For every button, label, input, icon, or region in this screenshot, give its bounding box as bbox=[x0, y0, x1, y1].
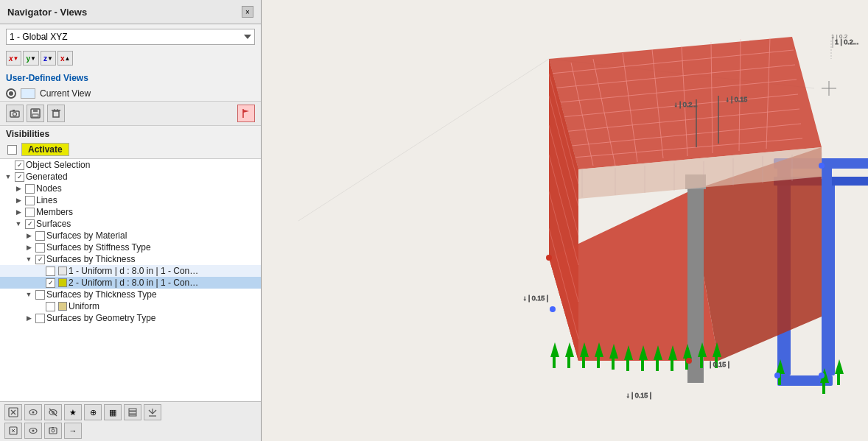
tree-item-surf-material[interactable]: ▶ Surfaces by Material bbox=[0, 230, 261, 241]
expander-surf-stiffness[interactable]: ▶ bbox=[24, 242, 34, 253]
render-icon bbox=[48, 426, 58, 436]
svg-rect-93 bbox=[641, 360, 644, 371]
checkbox-members[interactable] bbox=[25, 208, 35, 217]
expander-nodes[interactable]: ▶ bbox=[13, 183, 24, 194]
bt-layers-button[interactable] bbox=[124, 404, 141, 420]
panel-titlebar: Navigator - Views × bbox=[0, 0, 261, 24]
axis-z-button[interactable]: z▼ bbox=[41, 51, 56, 66]
checkbox-surf-material[interactable] bbox=[35, 231, 45, 241]
checkbox-surf-thick-1[interactable] bbox=[46, 267, 55, 276]
tree-item-nodes[interactable]: ▶ Nodes bbox=[0, 183, 261, 194]
bt-grid-button[interactable]: ▦ bbox=[104, 404, 122, 420]
label-generated: Generated bbox=[26, 172, 68, 182]
label-uniform: Uniform bbox=[69, 301, 99, 311]
expander-surf-thickness[interactable]: ▼ bbox=[24, 254, 34, 264]
eye-icon bbox=[28, 407, 38, 417]
tree-item-uniform[interactable]: Uniform bbox=[0, 300, 261, 312]
navigator-panel: Navigator - Views × 1 - Global XYZ 2 - C… bbox=[0, 0, 262, 441]
current-view-radio[interactable] bbox=[6, 88, 16, 99]
expander-surf-geometry[interactable]: ▶ bbox=[24, 313, 34, 323]
bt-settings-button[interactable] bbox=[4, 423, 22, 439]
checkbox-surf-thickness-type[interactable] bbox=[35, 290, 45, 300]
checkbox-generated[interactable] bbox=[15, 172, 24, 182]
bt-render-button[interactable] bbox=[44, 423, 62, 439]
expander-lines[interactable]: ▶ bbox=[13, 195, 24, 205]
tree-item-lines[interactable]: ▶ Lines bbox=[0, 194, 261, 206]
checkbox-surf-thickness[interactable] bbox=[35, 255, 45, 264]
bt-visibility-button[interactable] bbox=[24, 423, 42, 439]
tree-item-surf-thick-2[interactable]: 2 - Uniform | d : 8.0 in | 1 - Concrete … bbox=[0, 277, 261, 289]
add-icon bbox=[8, 407, 18, 417]
svg-text:1 | 0.2: 1 | 0.2 bbox=[831, 33, 848, 40]
expander-surf-material[interactable]: ▶ bbox=[24, 230, 34, 241]
label-members: Members bbox=[36, 207, 73, 217]
svg-rect-20 bbox=[129, 412, 136, 414]
delete-view-button[interactable] bbox=[47, 105, 65, 122]
svg-point-15 bbox=[32, 412, 35, 414]
visibility-tree[interactable]: Object Selection ▼ Generated ▶ Nodes ▶ L… bbox=[0, 158, 261, 401]
expander-surf-thickness-type[interactable]: ▼ bbox=[24, 289, 34, 300]
bt-eye-button[interactable] bbox=[24, 404, 42, 420]
svg-rect-2 bbox=[13, 110, 15, 111]
checkbox-obj-selection[interactable] bbox=[15, 160, 24, 170]
svg-rect-101 bbox=[700, 357, 703, 368]
checkbox-nodes[interactable] bbox=[25, 184, 35, 194]
current-view-row: Current View bbox=[0, 86, 261, 101]
tree-item-members[interactable]: ▶ Members bbox=[0, 206, 261, 218]
coord-system-dropdown[interactable]: 1 - Global XYZ 2 - Custom bbox=[6, 29, 255, 45]
tree-item-surf-thickness[interactable]: ▼ Surfaces by Thickness bbox=[0, 253, 261, 265]
checkbox-uniform[interactable] bbox=[46, 302, 55, 311]
tree-item-generated[interactable]: ▼ Generated bbox=[0, 171, 261, 183]
swatch-surf-thick-1 bbox=[58, 267, 67, 275]
bt-star-button[interactable]: ★ bbox=[64, 404, 82, 420]
checkbox-surf-thick-2[interactable] bbox=[46, 278, 55, 288]
swatch-uniform bbox=[58, 302, 67, 311]
svg-rect-81 bbox=[553, 357, 556, 368]
axis-buttons-row: x▼ y▼ z▼ x▲ bbox=[0, 49, 261, 70]
label-surf-thick-2: 2 - Uniform | d : 8.0 in | 1 - Concrete … bbox=[69, 278, 201, 288]
checkbox-surf-stiffness[interactable] bbox=[35, 243, 45, 253]
checkbox-lines[interactable] bbox=[25, 196, 35, 205]
bottom-toolbar-row1: ★ ⊕ ▦ bbox=[4, 404, 256, 420]
svg-rect-21 bbox=[129, 414, 136, 416]
svg-point-127 bbox=[686, 358, 692, 364]
svg-point-123 bbox=[550, 306, 556, 312]
svg-text:↓ | 0.15 |: ↓ | 0.15 | bbox=[523, 294, 548, 302]
tree-item-surf-geometry[interactable]: ▶ Surfaces by Geometry Type bbox=[0, 312, 261, 324]
tree-item-surf-stiffness[interactable]: ▶ Surfaces by Stiffness Type bbox=[0, 241, 261, 253]
svg-text:↓ | 0.15: ↓ | 0.15 bbox=[726, 96, 747, 103]
checkbox-surf-geometry[interactable] bbox=[35, 314, 45, 323]
tree-item-surfaces[interactable]: ▼ Surfaces bbox=[0, 218, 261, 230]
flag-icon bbox=[240, 107, 252, 119]
expander-generated[interactable]: ▼ bbox=[3, 172, 13, 182]
add-camera-button[interactable] bbox=[6, 105, 24, 122]
bt-export-button[interactable] bbox=[144, 404, 161, 420]
expander-surf-thick-1 bbox=[34, 266, 44, 276]
activate-row: Activate bbox=[0, 141, 261, 158]
views-toolbar bbox=[0, 101, 261, 126]
svg-rect-89 bbox=[612, 359, 615, 370]
panel-title: Navigator - Views bbox=[7, 7, 87, 18]
tree-item-obj-selection[interactable]: Object Selection bbox=[0, 159, 261, 171]
bt-plus-button[interactable]: ⊕ bbox=[84, 404, 102, 420]
tree-item-surf-thickness-type[interactable]: ▼ Surfaces by Thickness Type bbox=[0, 289, 261, 300]
svg-rect-29 bbox=[49, 428, 57, 434]
axis-x-button[interactable]: x▼ bbox=[6, 51, 21, 66]
bt-hide-button[interactable] bbox=[44, 404, 62, 420]
activate-checkbox[interactable] bbox=[7, 145, 17, 155]
save-view-button[interactable] bbox=[27, 105, 44, 122]
axis-xi-button[interactable]: x▲ bbox=[57, 51, 73, 66]
activate-button[interactable]: Activate bbox=[21, 143, 69, 156]
axis-y-button[interactable]: y▼ bbox=[23, 51, 38, 66]
expander-surfaces[interactable]: ▼ bbox=[13, 219, 24, 229]
bt-add-button[interactable] bbox=[4, 404, 22, 420]
expander-obj-selection[interactable] bbox=[3, 160, 13, 170]
label-surf-thick-1: 1 - Uniform | d : 8.0 in | 1 - Concrete … bbox=[69, 266, 201, 276]
user-defined-views-label: User-Defined Views bbox=[0, 70, 261, 86]
checkbox-surfaces[interactable] bbox=[25, 219, 35, 229]
panel-close-button[interactable]: × bbox=[242, 6, 253, 18]
tree-item-surf-thick-1[interactable]: 1 - Uniform | d : 8.0 in | 1 - Concrete … bbox=[0, 265, 261, 277]
bt-arrow-button[interactable]: → bbox=[64, 423, 82, 439]
flag-button[interactable] bbox=[237, 105, 255, 122]
expander-members[interactable]: ▶ bbox=[13, 207, 24, 217]
